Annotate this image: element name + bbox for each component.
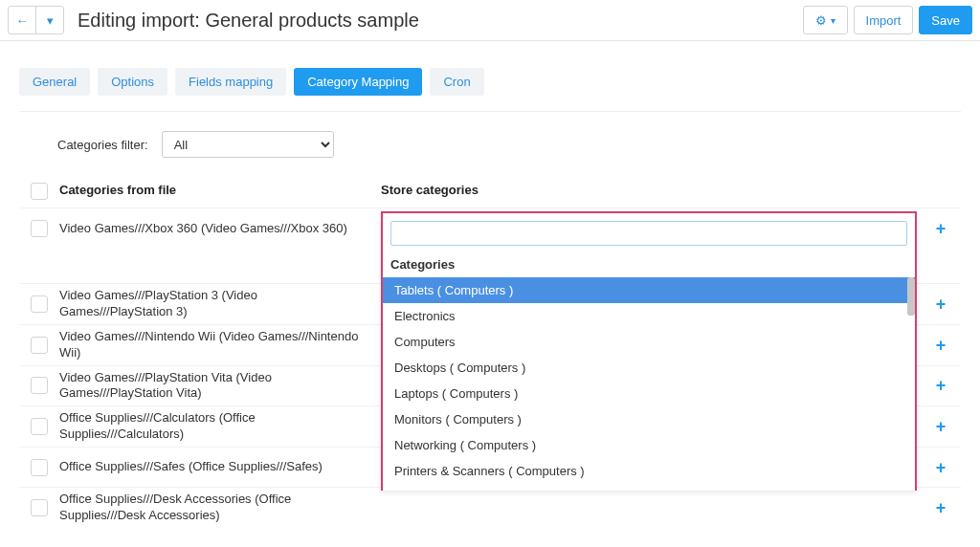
dropdown-item[interactable]: Monitors ( Computers ): [383, 406, 915, 432]
tab-options[interactable]: Options: [98, 68, 167, 96]
row-checkbox[interactable]: [31, 337, 48, 354]
select-all-checkbox[interactable]: [31, 183, 48, 200]
save-button[interactable]: Save: [919, 6, 972, 34]
caret-down-icon: ▾: [831, 15, 835, 26]
source-category-text: Office Supplies///Calculators (Office Su…: [59, 410, 381, 443]
dropdown-list[interactable]: Tablets ( Computers )ElectronicsComputer…: [383, 277, 915, 491]
source-category-text: Office Supplies///Desk Accessories (Offi…: [59, 492, 381, 524]
grid-header: Categories from file Store categories: [19, 175, 961, 208]
top-right-actions: ⚙ ▾ Import Save: [803, 6, 972, 34]
source-category-text: Video Games///Xbox 360 (Video Games///Xb…: [59, 221, 381, 237]
category-dropdown: Categories Tablets ( Computers )Electron…: [381, 211, 917, 491]
add-mapping-button[interactable]: +: [936, 377, 947, 394]
table-row: Office Supplies///Desk Accessories (Offi…: [19, 487, 961, 528]
source-category-text: Video Games///PlayStation Vita (Video Ga…: [59, 370, 381, 403]
dropdown-item[interactable]: Laptops ( Computers ): [383, 381, 915, 406]
dropdown-item[interactable]: Networking ( Computers ): [383, 432, 915, 458]
category-search-input[interactable]: [390, 221, 907, 246]
col-header-dest: Store categories: [381, 183, 921, 200]
add-mapping-button[interactable]: +: [936, 459, 947, 476]
add-mapping-button[interactable]: +: [936, 499, 947, 516]
row-checkbox[interactable]: [31, 220, 48, 237]
arrow-left-icon: ←: [16, 13, 29, 28]
tab-fields-mapping[interactable]: Fields mapping: [175, 68, 286, 96]
mapping-grid: Categories from file Store categories Vi…: [19, 175, 961, 528]
dropdown-item[interactable]: Computers: [383, 329, 915, 355]
filter-row: Categories filter: All: [19, 112, 961, 175]
dropdown-item[interactable]: Electronics: [383, 303, 915, 329]
filter-label: Categories filter:: [57, 138, 148, 152]
dropdown-item[interactable]: Tablets ( Computers ): [383, 277, 915, 303]
source-category-text: Video Games///Nintendo Wii (Video Games/…: [59, 329, 381, 361]
settings-menu-button[interactable]: ⚙ ▾: [803, 6, 848, 34]
topbar: ← ▾ Editing import: General products sam…: [0, 0, 980, 41]
dropdown-item[interactable]: Printers & Scanners ( Computers ): [383, 458, 915, 484]
add-mapping-button[interactable]: +: [936, 220, 947, 237]
source-category-text: Video Games///PlayStation 3 (Video Games…: [59, 288, 381, 320]
row-checkbox[interactable]: [31, 459, 48, 476]
filter-select[interactable]: All: [162, 131, 334, 158]
back-button-group: ← ▾: [8, 6, 64, 34]
scrollbar-thumb[interactable]: [907, 277, 915, 316]
row-checkbox[interactable]: [31, 418, 48, 435]
tab-cron[interactable]: Cron: [430, 68, 483, 96]
page-title: Editing import: General products sample: [78, 10, 803, 32]
tab-general[interactable]: General: [19, 68, 90, 96]
caret-down-icon: ▾: [47, 13, 54, 28]
row-checkbox[interactable]: [31, 377, 48, 394]
gear-icon: ⚙: [815, 13, 827, 28]
tab-category-mapping[interactable]: Category Mapping: [294, 68, 422, 96]
dropdown-item[interactable]: TV & Video ( Electronics ): [383, 484, 915, 491]
back-button[interactable]: ←: [8, 6, 36, 34]
dropdown-item[interactable]: Desktops ( Computers ): [383, 355, 915, 381]
add-mapping-button[interactable]: +: [936, 337, 947, 354]
back-dropdown-button[interactable]: ▾: [35, 6, 64, 34]
row-checkbox[interactable]: [31, 499, 48, 516]
add-mapping-button[interactable]: +: [936, 418, 947, 435]
import-button[interactable]: Import: [854, 6, 914, 34]
dropdown-section-header: Categories: [383, 252, 915, 277]
add-mapping-button[interactable]: +: [936, 295, 947, 313]
tabs: GeneralOptionsFields mappingCategory Map…: [19, 68, 961, 112]
source-category-text: Office Supplies///Safes (Office Supplies…: [59, 459, 381, 475]
col-header-source: Categories from file: [59, 183, 381, 200]
row-checkbox[interactable]: [31, 295, 48, 313]
